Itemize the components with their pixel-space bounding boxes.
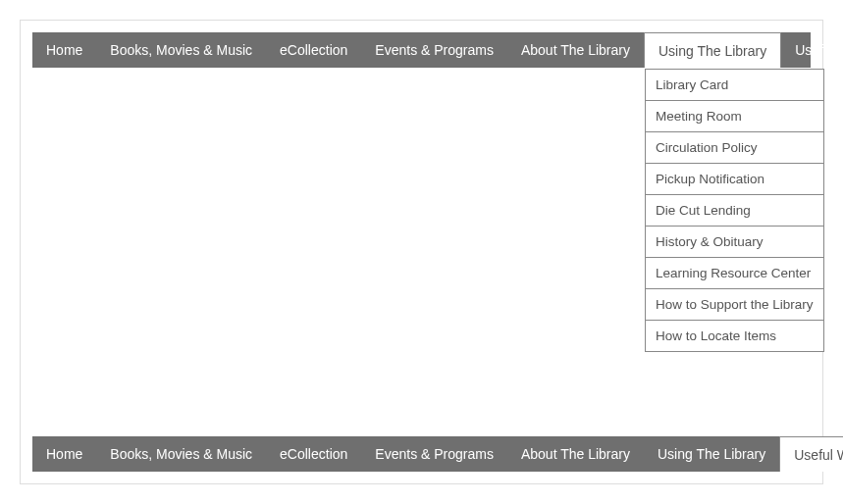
dropdown-history-obituary[interactable]: History & Obituary: [645, 227, 824, 258]
nav-ecollection[interactable]: eCollection: [266, 32, 361, 68]
nav-bottom-useful-web-resources[interactable]: Useful Web Resources: [779, 436, 843, 472]
page-container: Home Books, Movies & Music eCollection E…: [20, 20, 823, 484]
nav-useful-web-resources[interactable]: Useful Web Resources: [781, 32, 843, 68]
nav-bottom-books-movies-music[interactable]: Books, Movies & Music: [96, 436, 266, 472]
dropdown-how-to-support[interactable]: How to Support the Library: [645, 289, 824, 321]
navbar-bottom: Home Books, Movies & Music eCollection E…: [32, 436, 834, 472]
nav-bottom-using-library[interactable]: Using The Library: [644, 436, 779, 472]
dropdown-circulation-policy[interactable]: Circulation Policy: [645, 132, 824, 164]
dropdown-pickup-notification[interactable]: Pickup Notification: [645, 164, 824, 195]
dropdown-meeting-room[interactable]: Meeting Room: [645, 101, 824, 132]
dropdown-how-to-locate[interactable]: How to Locate Items: [645, 321, 824, 352]
navbar-top: Home Books, Movies & Music eCollection E…: [32, 32, 811, 68]
nav-events-programs[interactable]: Events & Programs: [361, 32, 507, 68]
nav-using-library[interactable]: Using The Library Library Card Meeting R…: [644, 32, 781, 68]
nav-bottom-home[interactable]: Home: [32, 436, 96, 472]
dropdown-using-library: Library Card Meeting Room Circulation Po…: [645, 69, 824, 352]
dropdown-library-card[interactable]: Library Card: [645, 69, 824, 101]
nav-bottom-ecollection[interactable]: eCollection: [266, 436, 361, 472]
nav-bottom-about-library[interactable]: About The Library: [507, 436, 644, 472]
nav-books-movies-music[interactable]: Books, Movies & Music: [96, 32, 266, 68]
nav-bottom-events-programs[interactable]: Events & Programs: [361, 436, 507, 472]
nav-using-library-label: Using The Library: [659, 43, 766, 59]
dropdown-die-cut-lending[interactable]: Die Cut Lending: [645, 195, 824, 227]
nav-home[interactable]: Home: [32, 32, 96, 68]
nav-about-library[interactable]: About The Library: [507, 32, 644, 68]
dropdown-learning-resource-center[interactable]: Learning Resource Center: [645, 258, 824, 289]
